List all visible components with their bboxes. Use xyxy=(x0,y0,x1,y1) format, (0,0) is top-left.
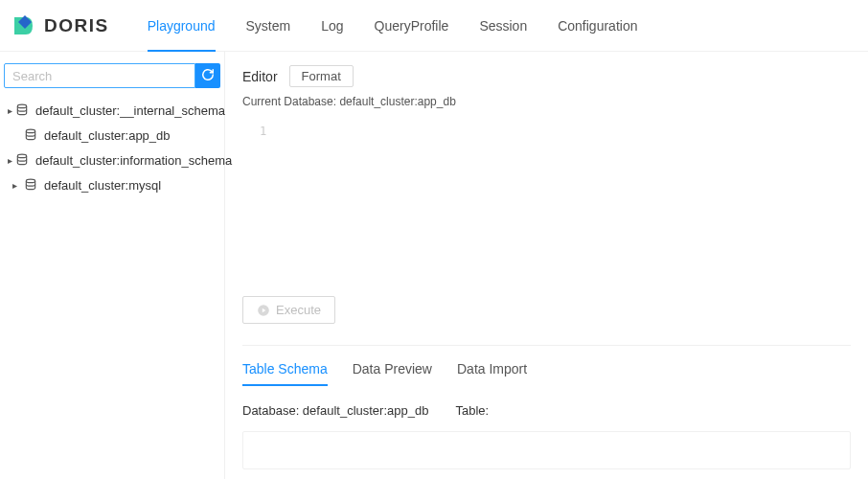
tree-item[interactable]: ▸ default_cluster:information_schema xyxy=(0,148,224,172)
info-row: Database: default_cluster:app_db Table: xyxy=(242,403,851,418)
current-database-label: Current Database: default_cluster:app_db xyxy=(242,95,851,108)
logo: DORIS xyxy=(11,13,109,38)
nav-playground[interactable]: Playground xyxy=(132,0,231,52)
tab-table-schema[interactable]: Table Schema xyxy=(242,361,328,386)
nav-configuration[interactable]: Configuration xyxy=(542,0,652,52)
svg-point-1 xyxy=(26,129,34,133)
execute-button[interactable]: Execute xyxy=(242,296,335,324)
svg-point-2 xyxy=(17,154,26,158)
svg-point-3 xyxy=(26,179,34,183)
nav-queryprofile[interactable]: QueryProfile xyxy=(359,0,465,52)
tree-item[interactable]: default_cluster:app_db xyxy=(0,123,224,148)
editor-title: Editor xyxy=(242,69,278,84)
database-icon xyxy=(14,152,30,168)
doris-logo-icon xyxy=(11,13,36,38)
tab-data-preview[interactable]: Data Preview xyxy=(353,361,432,386)
divider xyxy=(242,345,851,346)
logo-text: DORIS xyxy=(44,15,109,36)
tree-label: default_cluster:information_schema xyxy=(35,153,232,168)
tree-label: default_cluster:__internal_schema xyxy=(35,103,225,118)
svg-point-0 xyxy=(17,104,26,108)
tree-item[interactable]: ▸ default_cluster:mysql xyxy=(0,172,224,197)
format-button[interactable]: Format xyxy=(289,65,354,87)
result-tabs: Table Schema Data Preview Data Import xyxy=(242,361,851,386)
tree-label: default_cluster:mysql xyxy=(44,178,161,193)
database-icon xyxy=(23,177,38,193)
database-icon xyxy=(23,127,38,143)
editor-header: Editor Format xyxy=(242,65,851,87)
nav-system[interactable]: System xyxy=(231,0,307,52)
result-panel xyxy=(242,431,851,469)
refresh-icon xyxy=(201,68,215,84)
db-tree: ▸ default_cluster:__internal_schema defa… xyxy=(0,98,224,197)
sql-editor[interactable]: 1 xyxy=(242,116,851,288)
execute-label: Execute xyxy=(276,303,321,317)
caret-right-icon: ▸ xyxy=(8,180,21,191)
caret-right-icon: ▸ xyxy=(8,155,12,166)
play-icon xyxy=(257,304,270,317)
table-label: Table: xyxy=(455,403,489,418)
tab-data-import[interactable]: Data Import xyxy=(457,361,527,386)
sidebar: ▸ default_cluster:__internal_schema defa… xyxy=(0,52,225,479)
topbar: DORIS Playground System Log QueryProfile… xyxy=(0,0,868,52)
nav-log[interactable]: Log xyxy=(306,0,358,52)
search-input[interactable] xyxy=(4,63,195,88)
nav-session[interactable]: Session xyxy=(464,0,542,52)
layout: ▸ default_cluster:__internal_schema defa… xyxy=(0,52,868,479)
nav: Playground System Log QueryProfile Sessi… xyxy=(132,0,653,51)
database-icon xyxy=(14,103,30,118)
refresh-button[interactable] xyxy=(195,63,220,88)
tree-item[interactable]: ▸ default_cluster:__internal_schema xyxy=(0,98,224,123)
tree-label: default_cluster:app_db xyxy=(44,128,171,143)
search-row xyxy=(0,59,224,92)
line-number: 1 xyxy=(242,125,266,138)
main: Editor Format Current Database: default_… xyxy=(225,52,868,479)
database-label: Database: default_cluster:app_db xyxy=(242,403,428,418)
caret-right-icon: ▸ xyxy=(8,105,12,116)
